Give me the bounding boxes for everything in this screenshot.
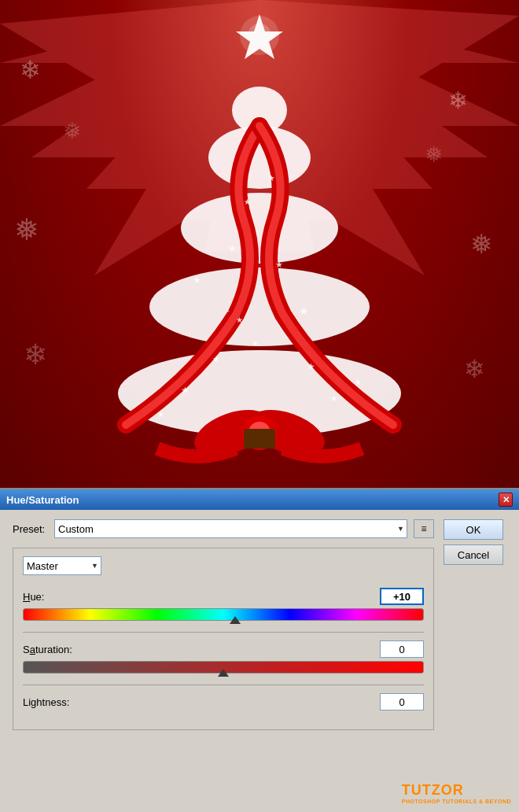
brand-sub: PHOTOSHOP TUTORIALS & BEYOND <box>402 799 511 804</box>
channel-select[interactable]: Master <box>23 556 101 575</box>
hue-saturation-dialog: Hue/Saturation ✕ Preset: Custom ≡ <box>0 488 519 812</box>
close-button[interactable]: ✕ <box>499 493 513 507</box>
channel-row: Master <box>23 556 424 575</box>
saturation-row: Saturation: <box>23 640 424 674</box>
svg-text:★: ★ <box>193 275 201 286</box>
hue-track[interactable] <box>23 608 424 621</box>
brand-text-1: TUT <box>402 782 432 798</box>
dialog-right-panel: OK Cancel <box>444 519 506 736</box>
svg-text:★: ★ <box>275 260 283 269</box>
lightness-label-row: Lightness: <box>23 693 424 710</box>
dialog-body: Preset: Custom ≡ Master <box>0 510 519 746</box>
brand-watermark: TUTZOR PHOTOSHOP TUTORIALS & BEYOND <box>402 782 511 804</box>
svg-rect-35 <box>244 429 275 448</box>
snowflake-1: ❄ <box>20 55 41 85</box>
svg-text:★: ★ <box>157 410 164 419</box>
ok-button[interactable]: OK <box>444 519 503 540</box>
snowflake-6: ❄ <box>464 354 485 384</box>
snowflake-2: ❄ <box>448 87 468 114</box>
svg-text:★: ★ <box>307 361 315 372</box>
dialog-title: Hue/Saturation <box>6 494 79 506</box>
dialog-titlebar: Hue/Saturation ✕ <box>0 489 519 510</box>
preset-select-wrapper: Custom <box>54 519 407 538</box>
hue-input[interactable] <box>380 588 424 605</box>
svg-point-13 <box>149 268 370 346</box>
saturation-thumb[interactable] <box>218 669 229 677</box>
svg-text:★: ★ <box>299 304 309 317</box>
lightness-input[interactable] <box>380 693 424 710</box>
svg-text:★: ★ <box>244 197 251 206</box>
hue-thumb[interactable] <box>230 616 241 624</box>
hue-label: Hue: <box>23 591 44 603</box>
inner-panel: Master Hue: <box>13 548 434 730</box>
preset-row: Preset: Custom ≡ <box>13 519 434 538</box>
brand-text-2: ZOR <box>432 782 464 798</box>
svg-text:★: ★ <box>236 316 243 324</box>
saturation-track[interactable] <box>23 661 424 674</box>
lightness-label: Lightness: <box>23 696 69 708</box>
preset-menu-icon[interactable]: ≡ <box>414 519 434 538</box>
svg-point-11 <box>248 24 271 47</box>
hue-row: Hue: <box>23 588 424 621</box>
saturation-input[interactable] <box>380 640 424 658</box>
lightness-row: Lightness: <box>23 693 424 710</box>
svg-text:★: ★ <box>181 385 190 396</box>
hue-label-row: Hue: <box>23 588 424 605</box>
svg-text:★: ★ <box>228 243 237 254</box>
svg-text:★: ★ <box>252 339 259 348</box>
snowflake-3: ❅ <box>14 212 39 247</box>
preset-select[interactable]: Custom <box>54 519 407 538</box>
cancel-button[interactable]: Cancel <box>444 544 503 565</box>
dialog-left-panel: Preset: Custom ≡ Master <box>13 519 434 736</box>
snowflake-4: ❅ <box>470 228 492 260</box>
saturation-label-row: Saturation: <box>23 640 424 658</box>
channel-select-wrapper: Master <box>23 556 101 575</box>
svg-text:★: ★ <box>212 354 220 364</box>
snowflake-8: ❅ <box>425 142 443 168</box>
snowflake-7: ❅ <box>63 118 81 144</box>
snowflake-5: ❄ <box>24 338 47 371</box>
saturation-label: Saturation: <box>23 644 72 655</box>
svg-point-14 <box>181 193 338 264</box>
svg-text:★: ★ <box>330 393 338 403</box>
svg-text:★: ★ <box>267 173 275 183</box>
image-canvas: ★ ★ ★ ★ ★ ★ ★ ★ ★ ★ ★ ★ ★ ★ ❄ ❄ ❅ ❅ ❄ ❄ … <box>0 0 519 488</box>
svg-text:★: ★ <box>354 377 363 388</box>
preset-label: Preset: <box>13 523 48 535</box>
